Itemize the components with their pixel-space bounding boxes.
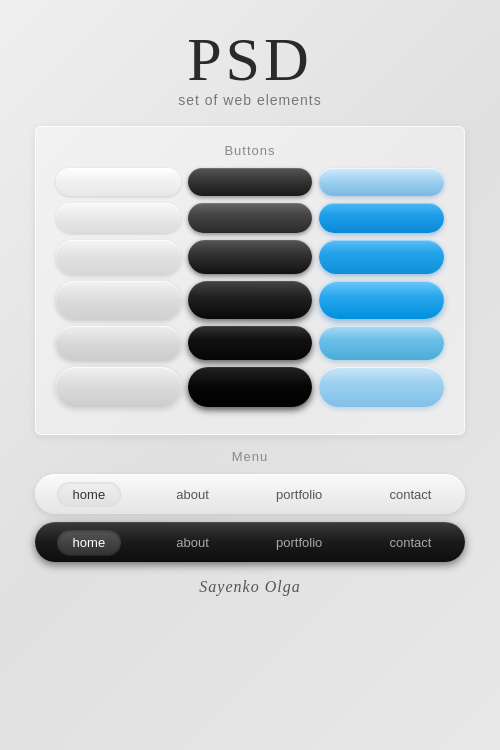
white-button-6[interactable] xyxy=(56,367,181,407)
white-menu-item-portfolio[interactable]: portfolio xyxy=(264,487,334,502)
white-menu-item-home[interactable]: home xyxy=(57,482,122,507)
button-row-4 xyxy=(56,281,444,319)
buttons-section-label: Buttons xyxy=(56,143,444,158)
white-menu-item-about[interactable]: about xyxy=(164,487,221,502)
buttons-section xyxy=(56,168,444,407)
button-row-1 xyxy=(56,168,444,196)
menu-section: Menu home about portfolio contact home a… xyxy=(35,449,465,562)
dark-button-1[interactable] xyxy=(188,168,313,196)
button-row-3 xyxy=(56,240,444,274)
buttons-card: Buttons xyxy=(35,126,465,435)
main-container: PSD set of web elements Buttons xyxy=(0,0,500,750)
dark-button-3[interactable] xyxy=(188,240,313,274)
blue-button-5[interactable] xyxy=(319,326,444,360)
white-menu-item-contact[interactable]: contact xyxy=(377,487,443,502)
blue-button-2[interactable] xyxy=(319,203,444,233)
dark-menu-bar: home about portfolio contact xyxy=(35,522,465,562)
dark-menu-item-portfolio[interactable]: portfolio xyxy=(264,535,334,550)
button-row-6 xyxy=(56,367,444,407)
white-button-5[interactable] xyxy=(56,326,181,360)
button-row-2 xyxy=(56,203,444,233)
button-row-5 xyxy=(56,326,444,360)
white-button-2[interactable] xyxy=(56,203,181,233)
dark-button-4[interactable] xyxy=(188,281,313,319)
dark-menu-item-about[interactable]: about xyxy=(164,535,221,550)
dark-button-6[interactable] xyxy=(188,367,313,407)
dark-button-2[interactable] xyxy=(188,203,313,233)
white-button-4[interactable] xyxy=(56,281,181,319)
dark-button-5[interactable] xyxy=(188,326,313,360)
blue-button-4[interactable] xyxy=(319,281,444,319)
white-button-3[interactable] xyxy=(56,240,181,274)
page-subtitle: set of web elements xyxy=(178,92,322,108)
dark-menu-item-home[interactable]: home xyxy=(57,530,122,555)
blue-button-1[interactable] xyxy=(319,168,444,196)
dark-menu-item-contact[interactable]: contact xyxy=(377,535,443,550)
blue-button-6[interactable] xyxy=(319,367,444,407)
blue-button-3[interactable] xyxy=(319,240,444,274)
author-name: Sayenko Olga xyxy=(199,578,300,596)
white-menu-bar: home about portfolio contact xyxy=(35,474,465,514)
white-button-1[interactable] xyxy=(56,168,181,196)
page-title: PSD xyxy=(187,28,313,90)
menu-section-label: Menu xyxy=(35,449,465,464)
